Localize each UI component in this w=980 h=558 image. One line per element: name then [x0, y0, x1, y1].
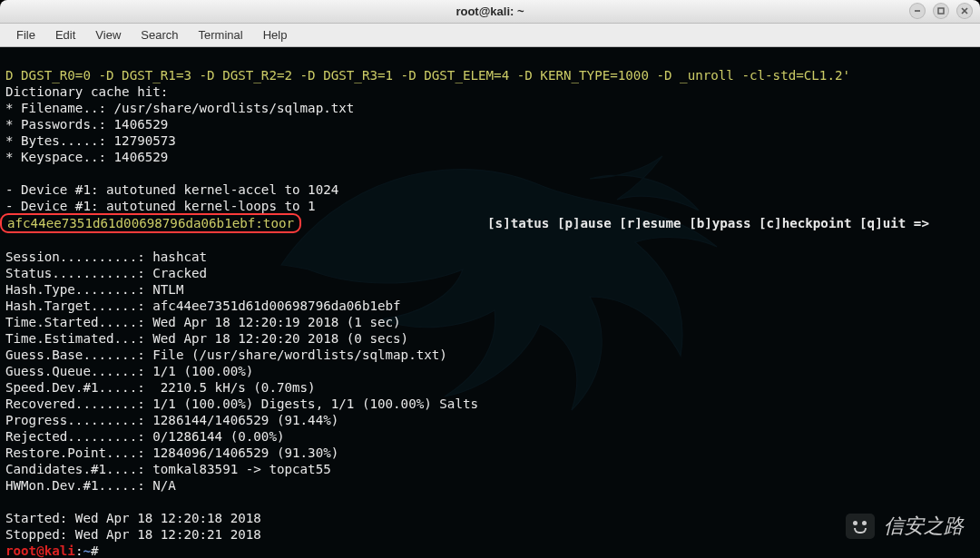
window-title: root@kali: ~	[456, 5, 524, 18]
autotune-accel: - Device #1: autotuned kernel-accel to 1…	[5, 182, 338, 197]
watermark-text: 信安之路	[884, 513, 964, 540]
titlebar[interactable]: root@kali: ~	[0, 0, 980, 24]
menu-view[interactable]: View	[86, 26, 130, 44]
menu-search[interactable]: Search	[132, 26, 187, 44]
recovered-line: Recovered........: 1/1 (100.00%) Digests…	[5, 396, 478, 411]
menu-edit[interactable]: Edit	[46, 26, 84, 44]
guess-queue-line: Guess.Queue......: 1/1 (100.00%)	[5, 364, 253, 378]
keyspace-line: * Keyspace..: 1406529	[5, 150, 168, 164]
menu-file[interactable]: File	[7, 26, 44, 44]
menu-terminal[interactable]: Terminal	[190, 26, 252, 44]
app-window: root@kali: ~ File Edit View Search Termi…	[0, 0, 980, 558]
progress-line: Progress.........: 1286144/1406529 (91.4…	[5, 413, 338, 427]
maximize-button[interactable]	[933, 3, 949, 19]
cache-hit-line: Dictionary cache hit:	[5, 84, 168, 99]
filename-line: * Filename..: /usr/share/wordlists/sqlma…	[5, 101, 354, 115]
menu-help[interactable]: Help	[254, 26, 297, 44]
close-button[interactable]	[956, 3, 973, 19]
terminal-area[interactable]: D DGST_R0=0 -D DGST_R1=3 -D DGST_R2=2 -D…	[0, 47, 980, 558]
hash-type-line: Hash.Type........: NTLM	[5, 282, 183, 297]
build-options-line: D DGST_R0=0 -D DGST_R1=3 -D DGST_R2=2 -D…	[5, 68, 850, 83]
started-line: Started: Wed Apr 18 12:20:18 2018	[5, 511, 261, 525]
guess-base-line: Guess.Base.......: File (/usr/share/word…	[5, 348, 447, 362]
status-line: Status...........: Cracked	[5, 266, 207, 280]
restore-point-line: Restore.Point....: 1284096/1406529 (91.3…	[5, 445, 338, 460]
prompt-line-1: root@kali:~#	[5, 543, 99, 558]
autotune-loops: - Device #1: autotuned kernel-loops to 1	[5, 199, 316, 213]
candidates-line: Candidates.#1....: tomkal83591 -> topcat…	[5, 462, 331, 476]
time-estimated-line: Time.Estimated...: Wed Apr 18 12:20:20 2…	[5, 331, 408, 346]
speed-line: Speed.Dev.#1.....: 2210.5 kH/s (0.70ms)	[5, 380, 316, 395]
hash-target-line: Hash.Target......: afc44ee7351d61d006987…	[5, 299, 401, 313]
passwords-line: * Passwords.: 1406529	[5, 117, 168, 132]
menubar: File Edit View Search Terminal Help	[0, 24, 980, 47]
prompt-user: root@kali	[5, 543, 75, 558]
time-started-line: Time.Started.....: Wed Apr 18 12:20:19 2…	[5, 315, 401, 329]
prompt-path: ~	[83, 543, 91, 558]
terminal-output: D DGST_R0=0 -D DGST_R1=3 -D DGST_R2=2 -D…	[0, 47, 980, 558]
window-controls	[909, 3, 973, 19]
wechat-icon	[846, 514, 875, 539]
rejected-line: Rejected.........: 0/1286144 (0.00%)	[5, 429, 285, 444]
session-line: Session..........: hashcat	[5, 250, 207, 264]
minimize-button[interactable]	[909, 3, 926, 19]
bytes-line: * Bytes.....: 12790573	[5, 133, 176, 148]
watermark: 信安之路	[846, 513, 964, 540]
hwmon-line: HWMon.Dev.#1.....: N/A	[5, 478, 176, 493]
cracked-hash-line: afc44ee7351d61d00698796da06b1ebf:toor	[7, 216, 294, 230]
interactive-menu-hint: [s]tatus [p]ause [r]esume [b]ypass [c]he…	[487, 216, 929, 230]
stopped-line: Stopped: Wed Apr 18 12:20:21 2018	[5, 527, 261, 542]
svg-rect-1	[938, 8, 944, 14]
